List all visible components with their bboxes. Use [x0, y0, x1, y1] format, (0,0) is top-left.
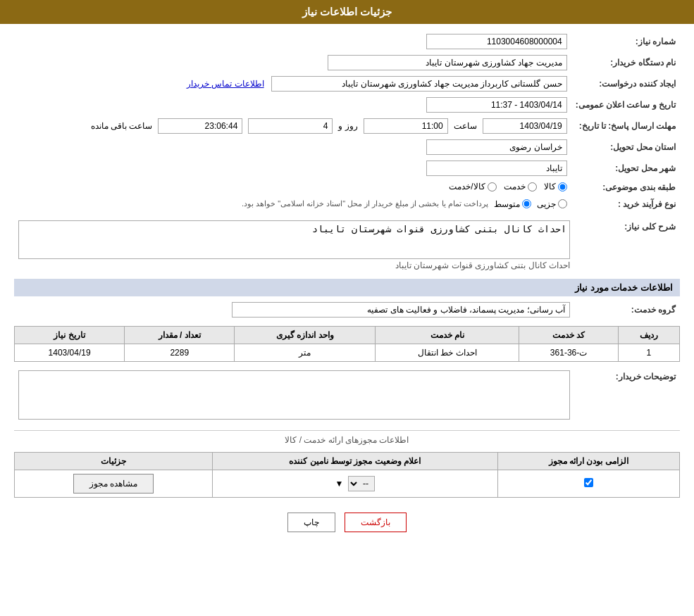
list-item: -- ▼ مشاهده مجوز — [15, 470, 680, 497]
perm-col-required: الزامی بودن ارائه مجوز — [497, 452, 679, 470]
buyer-org-value: مدیریت جهاد کشاورزی شهرستان تایباد — [14, 52, 571, 73]
need-desc-label: شرح کلی نیاز: — [574, 218, 680, 273]
need-number-value: 1103004608000004 — [14, 31, 571, 52]
buyer-org-label: نام دستگاه خریدار: — [571, 52, 680, 73]
purchase-type-partial[interactable]: جزیی — [537, 199, 567, 209]
buyer-notes-label: توضیحات خریدار: — [574, 367, 680, 425]
purchase-type-value: جزیی متوسط پرداخت تمام یا بخشی از مبلغ خ… — [14, 196, 571, 212]
col-row-num: ردیف — [618, 326, 679, 344]
creator-row: ایجاد کننده درخواست: حسن گلستانی کاربردا… — [14, 73, 680, 94]
cell-service-code: ت-36-361 — [519, 344, 619, 361]
city-value: تایباد — [14, 158, 571, 179]
announce-row: تاریخ و ساعت اعلان عمومی: 1403/04/14 - 1… — [14, 94, 680, 115]
perm-required-checkbox[interactable] — [584, 478, 593, 487]
deadline-days-label: روز و — [338, 121, 357, 131]
services-section-title: اطلاعات خدمات مورد نیاز — [14, 279, 680, 296]
province-value: خراسان رضوی — [14, 137, 571, 158]
cell-date: 1403/04/19 — [15, 344, 125, 361]
back-button[interactable]: بازگشت — [345, 513, 407, 532]
need-number-row: شماره نیاز: 1103004608000004 — [14, 31, 680, 52]
services-table: ردیف کد خدمت نام خدمت واحد اندازه گیری ت… — [14, 326, 680, 362]
announce-field: 1403/04/14 - 11:37 — [426, 97, 567, 113]
category-option-both[interactable]: کالا/خدمت — [449, 182, 496, 191]
perm-required-cell — [497, 470, 679, 497]
deadline-label: مهلت ارسال پاسخ: تا تاریخ: — [571, 115, 680, 137]
buyer-notes-value — [14, 367, 574, 425]
cell-row-num: 1 — [618, 344, 679, 361]
services-table-header: ردیف کد خدمت نام خدمت واحد اندازه گیری ت… — [15, 326, 680, 344]
deadline-time-field: 11:00 — [364, 118, 448, 134]
perm-status-cell: -- ▼ — [212, 470, 497, 497]
col-quantity: تعداد / مقدار — [125, 326, 235, 344]
deadline-value: 1403/04/19 ساعت 11:00 روز و 4 23:06:44 س… — [14, 115, 571, 137]
category-label: طبقه بندی موضوعی: — [571, 179, 680, 196]
need-desc-text: احداث کانال بتنی کشاورزی قنوات شهرستان ت… — [395, 260, 570, 270]
deadline-remaining-field: 23:06:44 — [158, 118, 242, 134]
creator-field: حسن گلستانی کاربرداز مدیریت جهاد کشاورزی… — [271, 76, 567, 92]
need-number-field: 1103004608000004 — [426, 34, 567, 49]
table-row: 1 ت-36-361 احداث خط انتقال متر 2289 1403… — [15, 344, 680, 361]
permissions-header: الزامی بودن ارائه مجوز اعلام وضعیت مجوز … — [15, 452, 680, 470]
permissions-link-text: اطلاعات مجوزهای ارائه خدمت / کالا — [285, 435, 409, 445]
announce-value: 1403/04/14 - 11:37 — [14, 94, 571, 115]
service-group-value: آب رسانی؛ مدیریت پسماند، فاضلاب و فعالیت… — [14, 299, 574, 320]
announce-label: تاریخ و ساعت اعلان عمومی: — [571, 94, 680, 115]
col-service-name: نام خدمت — [376, 326, 519, 344]
buyer-org-row: نام دستگاه خریدار: مدیریت جهاد کشاورزی ش… — [14, 52, 680, 73]
buyer-notes-table: توضیحات خریدار: — [14, 367, 680, 425]
col-date: تاریخ نیاز — [15, 326, 125, 344]
service-group-table: گروه خدمت: آب رسانی؛ مدیریت پسماند، فاضل… — [14, 299, 680, 320]
deadline-days-field: 4 — [248, 118, 333, 134]
need-desc-textarea[interactable] — [18, 220, 570, 259]
province-label: استان محل تحویل: — [571, 137, 680, 158]
content-area: شماره نیاز: 1103004608000004 نام دستگاه … — [0, 24, 694, 550]
perm-status-select[interactable]: -- — [348, 476, 375, 491]
need-desc-table: شرح کلی نیاز: احداث کانال بتنی کشاورزی ق… — [14, 218, 680, 273]
perm-col-details: جزئیات — [15, 452, 213, 470]
page-title: جزئیات اطلاعات نیاز — [302, 6, 392, 18]
purchase-type-medium[interactable]: متوسط — [494, 199, 531, 209]
service-group-row: گروه خدمت: آب رسانی؛ مدیریت پسماند، فاضل… — [14, 299, 680, 320]
service-group-label: گروه خدمت: — [574, 299, 680, 320]
need-number-label: شماره نیاز: — [571, 31, 680, 52]
service-group-field: آب رسانی؛ مدیریت پسماند، فاضلاب و فعالیت… — [232, 302, 570, 318]
action-buttons: بازگشت چاپ — [14, 502, 680, 543]
deadline-date-field: 1403/04/19 — [483, 118, 567, 134]
permissions-link[interactable]: اطلاعات مجوزهای ارائه خدمت / کالا — [14, 430, 680, 445]
contact-link[interactable]: اطلاعات تماس خریدار — [187, 79, 264, 89]
city-field: تایباد — [426, 161, 567, 176]
city-label: شهر محل تحویل: — [571, 158, 680, 179]
view-permit-button[interactable]: مشاهده مجوز — [73, 474, 154, 494]
deadline-time-label: ساعت — [454, 121, 477, 131]
purchase-type-label: نوع فرآیند خرید : — [571, 196, 680, 212]
deadline-row: مهلت ارسال پاسخ: تا تاریخ: 1403/04/19 سا… — [14, 115, 680, 137]
permissions-section: الزامی بودن ارائه مجوز اعلام وضعیت مجوز … — [14, 452, 680, 498]
category-option-goods[interactable]: کالا — [544, 182, 567, 191]
permissions-table: الزامی بودن ارائه مجوز اعلام وضعیت مجوز … — [14, 452, 680, 498]
cell-unit: متر — [235, 344, 376, 361]
purchase-type-note: پرداخت تمام یا بخشی از مبلغ خریدار از مح… — [242, 199, 488, 208]
need-desc-row: شرح کلی نیاز: احداث کانال بتنی کشاورزی ق… — [14, 218, 680, 273]
col-unit: واحد اندازه گیری — [235, 326, 376, 344]
cell-service-name: احداث خط انتقال — [376, 344, 519, 361]
main-info-table: شماره نیاز: 1103004608000004 نام دستگاه … — [14, 31, 680, 212]
cell-quantity: 2289 — [125, 344, 235, 361]
purchase-type-row: نوع فرآیند خرید : جزیی متوسط پرداخت تمام… — [14, 196, 680, 212]
need-desc-value: احداث کانال بتنی کشاورزی قنوات شهرستان ت… — [14, 218, 574, 273]
category-value: کالا خدمت کالا/خدمت — [14, 179, 571, 196]
buyer-org-field: مدیریت جهاد کشاورزی شهرستان تایباد — [328, 55, 567, 70]
print-button[interactable]: چاپ — [287, 513, 335, 532]
col-service-code: کد خدمت — [519, 326, 619, 344]
city-row: شهر محل تحویل: تایباد — [14, 158, 680, 179]
province-field: خراسان رضوی — [426, 139, 567, 155]
category-option-service[interactable]: خدمت — [504, 182, 537, 191]
creator-value: حسن گلستانی کاربرداز مدیریت جهاد کشاورزی… — [14, 73, 571, 94]
creator-label: ایجاد کننده درخواست: — [571, 73, 680, 94]
buyer-notes-row: توضیحات خریدار: — [14, 367, 680, 425]
page-header: جزئیات اطلاعات نیاز — [0, 0, 694, 24]
province-row: استان محل تحویل: خراسان رضوی — [14, 137, 680, 158]
perm-col-status: اعلام وضعیت مجوز توسط نامین کننده — [212, 452, 497, 470]
deadline-remaining-label: ساعت باقی مانده — [91, 121, 153, 131]
buyer-notes-textarea[interactable] — [18, 370, 570, 420]
page-wrapper: جزئیات اطلاعات نیاز شماره نیاز: 11030046… — [0, 0, 694, 616]
